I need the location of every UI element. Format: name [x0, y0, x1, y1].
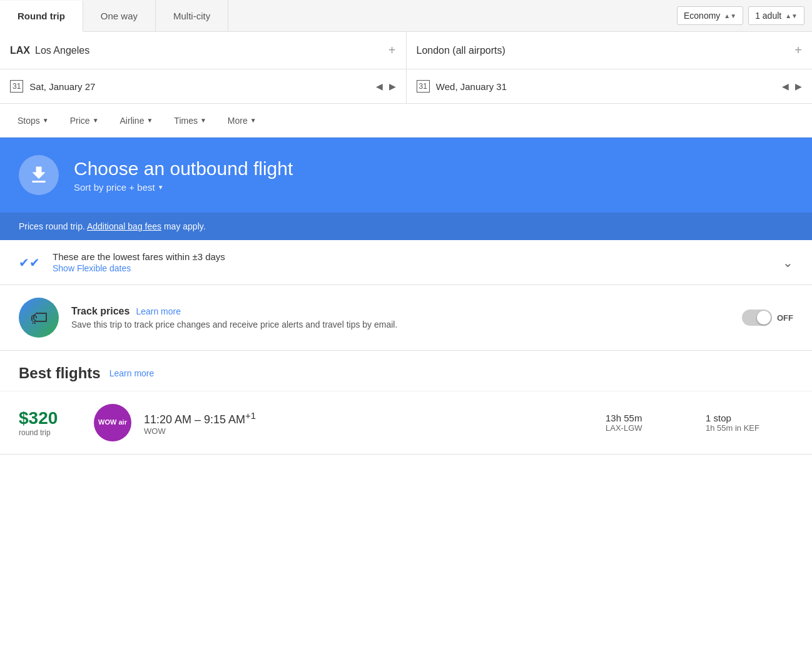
depart-next-icon[interactable]: ▶ — [389, 81, 396, 91]
best-flights-learn-more-link[interactable]: Learn more — [109, 368, 155, 378]
flight-airline-name: WOW — [144, 426, 593, 436]
flight-time-range: 11:20 AM – 9:15 AM+1 — [144, 410, 593, 426]
destination-plus-icon: + — [794, 43, 802, 58]
airline-logo-text: WOW air — [98, 418, 127, 426]
flight-row[interactable]: $320 round trip WOW air 11:20 AM – 9:15 … — [0, 391, 812, 455]
flight-duration-time: 13h 55m — [606, 413, 693, 423]
passengers-select[interactable]: 1 adult ▲▼ — [748, 6, 804, 25]
filter-stops[interactable]: Stops ▼ — [10, 112, 56, 129]
filter-airline[interactable]: Airline ▼ — [113, 112, 161, 129]
filter-stops-label: Stops — [18, 116, 40, 126]
origin-plus-icon: + — [388, 43, 396, 58]
filter-bar: Stops ▼ Price ▼ Airline ▼ Times ▼ More ▼ — [0, 104, 812, 138]
tabs-spacer — [228, 0, 677, 31]
track-description: Save this trip to track price changes an… — [71, 319, 729, 330]
origin-code: LAX — [10, 45, 30, 56]
filter-times-label: Times — [174, 116, 198, 126]
return-date-nav: ◀ ▶ — [782, 81, 802, 91]
lowest-fares-row[interactable]: ✔✔ These are the lowest fares within ±3 … — [0, 240, 812, 285]
lowest-fares-text: These are the lowest fares within ±3 day… — [53, 251, 770, 273]
expand-chevron-icon[interactable]: ⌄ — [783, 255, 793, 270]
origin-city: Los Angeles — [35, 45, 383, 56]
outbound-icon-circle — [19, 155, 59, 195]
track-title: Track prices Learn more — [71, 306, 729, 317]
return-date-box[interactable]: 31 Wed, January 31 ◀ ▶ — [407, 69, 813, 103]
tab-round-trip[interactable]: Round trip — [0, 1, 83, 32]
tab-multi-city[interactable]: Multi-city — [156, 0, 228, 31]
cabin-chevron-icon: ▲▼ — [724, 13, 736, 19]
outbound-banner: Choose an outbound flight Sort by price … — [0, 138, 812, 213]
flight-duration: 13h 55m LAX-LGW — [606, 413, 693, 433]
return-date-label: Wed, January 31 — [436, 81, 776, 92]
return-calendar-icon: 31 — [417, 80, 430, 93]
flights-list: $320 round trip WOW air 11:20 AM – 9:15 … — [0, 391, 812, 455]
toggle-state-label: OFF — [777, 313, 793, 323]
tabs-bar: Round trip One way Multi-city Economy ▲▼… — [0, 0, 812, 32]
track-learn-more-link[interactable]: Learn more — [136, 306, 181, 316]
checkmark-icon: ✔✔ — [19, 255, 40, 270]
destination-input[interactable]: London (all airports) + — [407, 32, 813, 69]
track-prices-row: 🏷 Track prices Learn more Save this trip… — [0, 285, 812, 351]
flight-price: $320 round trip — [19, 408, 81, 437]
flight-stop-detail: 1h 55m in KEF — [706, 423, 793, 433]
flight-stops-count: 1 stop — [706, 413, 793, 423]
flight-times: 11:20 AM – 9:15 AM+1 WOW — [144, 410, 593, 436]
sort-label: Sort by price + best — [74, 182, 155, 193]
lowest-fares-main: These are the lowest fares within ±3 day… — [53, 251, 770, 262]
filter-times[interactable]: Times ▼ — [166, 112, 214, 129]
best-flights-title: Best flights — [19, 365, 101, 382]
depart-prev-icon[interactable]: ◀ — [376, 81, 383, 91]
prices-text-before: Prices round trip. — [19, 221, 85, 231]
flight-price-amount: $320 — [19, 408, 81, 428]
depart-date-box[interactable]: 31 Sat, January 27 ◀ ▶ — [0, 69, 407, 103]
date-row: 31 Sat, January 27 ◀ ▶ 31 Wed, January 3… — [0, 69, 812, 104]
destination-city: London (all airports) — [417, 45, 790, 56]
outbound-title: Choose an outbound flight — [74, 158, 293, 179]
price-chevron-icon: ▼ — [93, 117, 99, 124]
origin-input[interactable]: LAX Los Angeles + — [0, 32, 407, 69]
outbound-text: Choose an outbound flight Sort by price … — [74, 158, 293, 193]
filter-price-label: Price — [70, 116, 90, 126]
track-title-label: Track prices — [71, 306, 129, 317]
filter-more-label: More — [228, 116, 248, 126]
search-row: LAX Los Angeles + London (all airports) … — [0, 32, 812, 69]
download-arrow-icon — [28, 164, 50, 186]
filter-more[interactable]: More ▼ — [220, 112, 264, 129]
return-prev-icon[interactable]: ◀ — [782, 81, 789, 91]
flexible-dates-link[interactable]: Show Flexible dates — [53, 263, 770, 273]
track-text: Track prices Learn more Save this trip t… — [71, 306, 729, 330]
prices-text-after: may apply. — [164, 221, 206, 231]
times-chevron-icon: ▼ — [200, 117, 206, 124]
cabin-select[interactable]: Economy ▲▼ — [677, 6, 743, 25]
sort-link[interactable]: Sort by price + best ▼ — [74, 182, 293, 193]
cabin-label: Economy — [684, 11, 720, 21]
tab-one-way[interactable]: One way — [83, 0, 156, 31]
airline-logo: WOW air — [94, 404, 131, 441]
toggle-wrap: OFF — [742, 309, 793, 326]
bag-fees-link[interactable]: Additional bag fees — [87, 221, 161, 231]
stops-chevron-icon: ▼ — [43, 117, 49, 124]
filter-airline-label: Airline — [120, 116, 145, 126]
return-next-icon[interactable]: ▶ — [795, 81, 802, 91]
depart-date-nav: ◀ ▶ — [376, 81, 396, 91]
depart-date-label: Sat, January 27 — [29, 81, 369, 92]
flight-stops: 1 stop 1h 55m in KEF — [706, 413, 793, 433]
sort-chevron-icon: ▼ — [158, 184, 164, 191]
track-prices-toggle[interactable] — [742, 309, 772, 326]
track-prices-icon: 🏷 — [19, 298, 59, 338]
prices-notice: Prices round trip. Additional bag fees m… — [0, 213, 812, 240]
flight-route: LAX-LGW — [606, 423, 693, 433]
tabs-right: Economy ▲▼ 1 adult ▲▼ — [677, 0, 812, 31]
passengers-label: 1 adult — [755, 11, 781, 21]
best-flights-header: Best flights Learn more — [0, 351, 812, 391]
passengers-chevron-icon: ▲▼ — [785, 13, 798, 19]
airline-chevron-icon: ▼ — [146, 117, 153, 124]
filter-price[interactable]: Price ▼ — [63, 112, 106, 129]
depart-calendar-icon: 31 — [10, 80, 23, 93]
more-chevron-icon: ▼ — [250, 117, 256, 124]
flight-trip-type: round trip — [19, 428, 81, 437]
